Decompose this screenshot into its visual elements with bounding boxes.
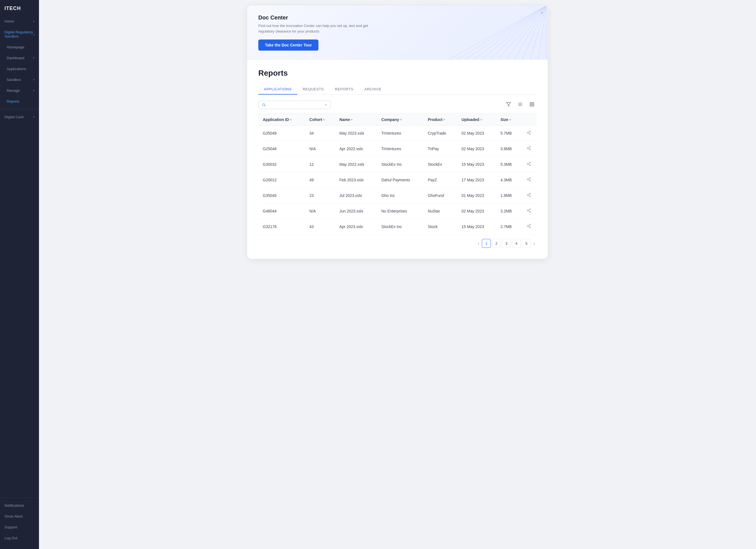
col-header-cohort[interactable]: Cohort ▾ [305, 114, 335, 126]
svg-point-23 [529, 131, 531, 132]
svg-point-34 [527, 163, 528, 164]
svg-point-45 [529, 196, 531, 197]
list-view-button[interactable] [516, 100, 525, 109]
cell-cohort: 43 [305, 219, 335, 235]
tab-reports[interactable]: REPORTS [329, 84, 359, 95]
page-button-4[interactable]: 4 [512, 239, 521, 248]
reports-table: Application ID ▾ Cohort ▾ [258, 114, 537, 235]
search-clear-button[interactable]: × [325, 103, 327, 107]
sidebar-item-reports[interactable]: Reports [0, 96, 39, 107]
sidebar-item-sandbox[interactable]: Sandbox ▾ [0, 74, 39, 85]
page-button-5[interactable]: 5 [522, 239, 531, 248]
page-prev-button[interactable]: ‹ [476, 240, 481, 247]
col-header-company[interactable]: Company ▾ [377, 114, 423, 126]
cell-uploaded: 15 May 2023 [457, 219, 496, 235]
search-input[interactable] [268, 103, 322, 107]
filter-button[interactable] [504, 100, 513, 109]
share-icon [527, 224, 531, 228]
share-icon [527, 162, 531, 166]
cell-uploaded: 01 May 2023 [457, 188, 496, 203]
cell-app-id: G35049 [258, 126, 305, 141]
svg-line-14 [264, 105, 265, 106]
col-header-uploaded[interactable]: Uploaded ▾ [457, 114, 496, 126]
sidebar-item-applications[interactable]: Applications [0, 63, 39, 74]
svg-point-28 [529, 146, 531, 147]
grid-view-button[interactable] [527, 100, 537, 109]
svg-point-54 [527, 226, 528, 227]
cell-cohort: 12 [305, 157, 335, 172]
sidebar-bottom: Notifications Omar Aboh Support Log Out [0, 495, 39, 549]
tab-requests[interactable]: REQUESTS [297, 84, 330, 95]
svg-point-40 [529, 180, 531, 181]
cell-product: TriPay [423, 141, 457, 157]
table-row: G32176 43 Apr 2023.xslx StockEx Inc Stoc… [258, 219, 537, 235]
cell-uploaded: 02 May 2023 [457, 203, 496, 219]
share-button[interactable] [526, 192, 532, 199]
cell-product: GhoFund [423, 188, 457, 203]
cell-share [521, 203, 537, 219]
sort-arrow-icon: ▾ [444, 118, 445, 121]
search-icon [262, 103, 266, 107]
cell-name: May 2022.xslx [335, 157, 377, 172]
tab-archive[interactable]: ARCHIVE [359, 84, 387, 95]
col-header-name[interactable]: Name ▾ [335, 114, 377, 126]
cell-app-id: G20012 [258, 172, 305, 188]
col-header-product[interactable]: Product ▾ [423, 114, 457, 126]
sidebar-item-support[interactable]: Support [0, 522, 39, 533]
cell-cohort: 23 [305, 188, 335, 203]
chevron-icon: ▾ [33, 115, 35, 119]
sort-arrow-icon: ▾ [400, 118, 402, 121]
svg-rect-19 [530, 102, 531, 104]
page-button-3[interactable]: 3 [502, 239, 511, 248]
sort-arrow-icon: ▾ [323, 118, 325, 121]
page-button-2[interactable]: 2 [492, 239, 501, 248]
sidebar-item-manage[interactable]: Manage ▾ [0, 85, 39, 96]
share-button[interactable] [526, 145, 532, 152]
share-button[interactable] [526, 176, 532, 184]
banner-content: Doc Center Find out how the Innovation C… [258, 14, 537, 51]
sidebar-item-digital-cash[interactable]: Digital Cash ▾ [0, 112, 39, 122]
reports-section: Reports APPLICATIONS REQUESTS REPORTS AR… [247, 60, 548, 259]
svg-point-24 [527, 132, 528, 133]
cell-size: 5.7MB [496, 126, 521, 141]
col-header-app-id[interactable]: Application ID ▾ [258, 114, 305, 126]
search-box: × [258, 101, 331, 109]
sidebar-item-notifications[interactable]: Notifications [0, 500, 39, 511]
doc-center-tour-button[interactable]: Take the Doc Center Tour [258, 40, 318, 51]
cell-company: StockEx Inc [377, 219, 423, 235]
banner-close-button[interactable]: × [540, 10, 543, 16]
share-button[interactable] [526, 223, 532, 230]
sort-arrow-icon: ▾ [290, 118, 291, 121]
svg-point-13 [262, 104, 265, 106]
share-button[interactable] [526, 129, 532, 137]
sidebar-item-dashboard[interactable]: Dashboard ▾ [0, 53, 39, 63]
sidebar-item-homepage[interactable]: Homepage [0, 42, 39, 53]
chevron-icon: ▴ [33, 33, 35, 36]
share-button[interactable] [526, 161, 532, 168]
tab-applications[interactable]: APPLICATIONS [258, 84, 297, 95]
svg-point-35 [529, 165, 531, 166]
cell-share [521, 126, 537, 141]
cell-cohort: 49 [305, 172, 335, 188]
cell-size: 3.8MB [496, 141, 521, 157]
share-button[interactable] [526, 207, 532, 215]
page-next-button[interactable]: › [532, 240, 537, 247]
cell-app-id: G32176 [258, 219, 305, 235]
cell-name: Apr 2023.xslx [335, 219, 377, 235]
sidebar-item-user[interactable]: Omar Aboh [0, 511, 39, 522]
page-button-1[interactable]: 1 [482, 239, 491, 248]
cell-name: Apr 2022.xslx [335, 141, 377, 157]
sidebar-item-home[interactable]: Home ▾ [0, 16, 39, 27]
content-card: Doc Center Find out how the Innovation C… [247, 6, 548, 259]
tabs-container: APPLICATIONS REQUESTS REPORTS ARCHIVE [258, 84, 537, 95]
svg-point-29 [527, 148, 528, 149]
sidebar-item-logout[interactable]: Log Out [0, 533, 39, 543]
sidebar-item-digital-regulatory[interactable]: Digital Regulatory Sandbox ▴ [0, 27, 39, 42]
sidebar-divider [0, 109, 39, 109]
col-header-size[interactable]: Size ▾ [496, 114, 521, 126]
svg-line-42 [528, 178, 530, 179]
cell-company: StockEx Inc [377, 157, 423, 172]
svg-line-32 [528, 147, 530, 148]
svg-point-30 [529, 149, 531, 150]
table-row: G30032 12 May 2022.xslx StockEx Inc Stoc… [258, 157, 537, 172]
